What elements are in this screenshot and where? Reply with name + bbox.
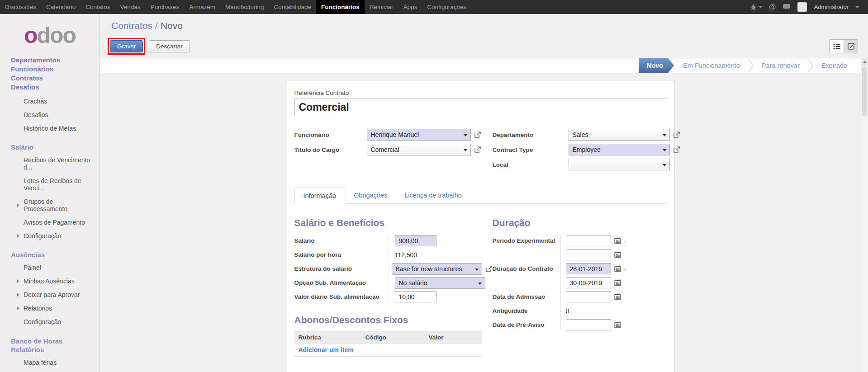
calendar-icon[interactable] xyxy=(614,321,621,328)
sidebar-item-grupos-processamento[interactable]: Grupos de Processamento xyxy=(0,195,100,216)
menu-armazem[interactable]: Armazém xyxy=(184,0,220,14)
sidebar-item-relatorios-ausencias[interactable]: Relatórios xyxy=(0,301,100,315)
external-link-icon[interactable] xyxy=(485,265,493,273)
department-select[interactable]: Sales xyxy=(569,129,670,141)
sidebar-item-avisos-pagamento[interactable]: Avisos de Pagamento xyxy=(0,216,100,229)
contract-type-select[interactable]: Employee xyxy=(569,144,670,155)
user-avatar[interactable] xyxy=(797,2,807,12)
breadcrumb: Contratos/Novo xyxy=(111,20,183,31)
sidebar-item-mapa-ferias[interactable]: Mapa férias xyxy=(0,356,100,369)
sidebar-item-deixar-para-aprovar[interactable]: Deixar para Aprovar xyxy=(0,288,100,301)
location-select[interactable] xyxy=(569,159,670,170)
calendar-icon[interactable] xyxy=(614,237,621,244)
menu-contatos[interactable]: Contatos xyxy=(81,0,115,14)
hourly-wage-value: 112,500 xyxy=(395,251,417,259)
menu-reiniciar[interactable]: Reiniciar xyxy=(365,0,398,14)
user-name[interactable]: Administrator xyxy=(814,4,849,10)
job-title-select[interactable]: Comercial xyxy=(367,144,471,155)
sidebar-item-configuracao-salario[interactable]: Configuração xyxy=(0,229,100,243)
sidebar-item-crachas[interactable]: Crachás xyxy=(0,94,100,108)
stage-novo[interactable]: Novo xyxy=(639,58,674,73)
external-link-icon[interactable] xyxy=(673,146,680,153)
external-link-icon[interactable] xyxy=(474,131,481,138)
sidebar-item-minhas-ausencias[interactable]: Minhas Ausências xyxy=(0,274,100,288)
sidebar-item-lotes-recibos[interactable]: Lotes de Recibos de Venci... xyxy=(0,174,100,195)
content-area: Referência Contrato Comercial Funcionári… xyxy=(100,74,861,372)
tab-informacao[interactable]: Informação xyxy=(294,188,346,204)
notebook-tabs: Informação Obrigações Licença de trabalh… xyxy=(294,188,667,204)
sidebar-section-banco-de-horas[interactable]: Banco de Horas xyxy=(0,335,100,345)
view-switcher xyxy=(829,39,858,53)
stage-chevron-icon xyxy=(808,59,813,72)
breadcrumb-contratos[interactable]: Contratos xyxy=(111,20,152,31)
bug-icon xyxy=(750,4,757,10)
mention-at-icon[interactable]: @ xyxy=(769,3,776,11)
contract-start-date-input[interactable]: 28-01-2019 xyxy=(566,263,611,274)
statusbar: Novo Em Funcionamento Para renovar Expir… xyxy=(100,58,861,73)
sidebar-item-funcionarios[interactable]: Funcionários xyxy=(0,65,100,74)
tab-obrigacoes[interactable]: Obrigações xyxy=(345,188,396,203)
list-view-button[interactable] xyxy=(830,40,844,53)
sidebar-section-ausencias[interactable]: Ausências xyxy=(0,249,100,261)
calendar-icon[interactable] xyxy=(614,293,621,300)
calendar-icon[interactable] xyxy=(614,265,621,272)
menu-configuracoes[interactable]: Configurações xyxy=(422,0,471,14)
wage-input[interactable]: 900,00 xyxy=(395,235,436,246)
sidebar-item-desafios[interactable]: Desafios xyxy=(0,83,100,92)
admission-date-input[interactable] xyxy=(566,291,611,302)
trial-end-date-input[interactable] xyxy=(566,249,611,260)
external-link-icon[interactable] xyxy=(474,146,481,153)
stage-expirado[interactable]: Expirado xyxy=(813,58,855,73)
table-row xyxy=(294,357,482,371)
notice-date-input[interactable] xyxy=(566,319,611,330)
debug-menu[interactable] xyxy=(750,4,762,10)
scrollbar-up-arrow-icon[interactable] xyxy=(861,58,868,66)
sidebar-item-painel[interactable]: Painel xyxy=(0,261,100,274)
tab-licenca-de-trabalho[interactable]: Licença de trabalho xyxy=(396,188,470,203)
chevron-down-icon xyxy=(759,6,762,8)
date-range-dash: - xyxy=(624,237,626,245)
meal-daily-input[interactable]: 10,00 xyxy=(395,291,436,302)
hourly-wage-label: Salário por hora xyxy=(294,251,389,258)
menu-vendas[interactable]: Vendas xyxy=(115,0,145,14)
calendar-icon[interactable] xyxy=(614,279,621,286)
calendar-icon[interactable] xyxy=(614,251,621,258)
menu-apps[interactable]: Apps xyxy=(398,0,422,14)
sidebar-item-recibos-vencimento[interactable]: Recibos de Vencimento d... xyxy=(0,153,100,174)
scrollbar-thumb[interactable] xyxy=(862,66,867,116)
meal-daily-label: Valor diário Sub. alimentação xyxy=(294,293,389,300)
trial-start-date-input[interactable] xyxy=(566,235,611,246)
contract-end-date-input[interactable]: 30-09-2019 xyxy=(566,277,611,288)
list-icon xyxy=(833,43,840,50)
sidebar-section-relatorios[interactable]: Relatórios xyxy=(0,345,100,356)
meal-option-select[interactable]: No salário xyxy=(395,277,485,289)
external-link-icon[interactable] xyxy=(673,131,680,138)
stage-em-funcionamento[interactable]: Em Funcionamento xyxy=(675,58,748,73)
sidebar-item-departamentos[interactable]: Departamentos xyxy=(0,56,100,65)
vertical-scrollbar[interactable] xyxy=(861,58,868,372)
menu-contabilidade[interactable]: Contabilidade xyxy=(269,0,317,14)
sidebar-item-mapa-vencimentos[interactable]: Mapa de Vencimentos xyxy=(0,369,100,372)
save-button[interactable]: Gravar xyxy=(110,40,143,52)
discard-button[interactable]: Descartar xyxy=(149,40,190,52)
sidebar-section-salario[interactable]: Salário xyxy=(0,141,100,153)
menu-discussoes[interactable]: Discussões xyxy=(0,0,41,14)
sidebar-item-contratos[interactable]: Contratos xyxy=(0,74,100,83)
form-buttons: Gravar Descartar xyxy=(108,38,190,55)
wage-label: Salário xyxy=(294,237,389,244)
menu-funcionarios[interactable]: Funcionários xyxy=(316,0,365,14)
form-view-button[interactable] xyxy=(844,40,858,53)
add-item-link[interactable]: Adicionar um item xyxy=(294,346,354,353)
stage-para-renovar[interactable]: Para renovar xyxy=(754,58,808,73)
menu-purchases[interactable]: Purchases xyxy=(145,0,184,14)
chat-bubble-icon[interactable] xyxy=(783,4,791,10)
employee-select[interactable]: Henrique Manuel xyxy=(367,129,471,141)
menu-manufacturing[interactable]: Manufacturing xyxy=(220,0,269,14)
sidebar-item-configuracao-ausencias[interactable]: Configuração xyxy=(0,315,100,329)
salary-structure-select[interactable]: Base for new structures xyxy=(392,263,482,275)
reference-input[interactable]: Comercial xyxy=(294,99,667,116)
sidebar-item-historico-de-metas[interactable]: Histórico de Metas xyxy=(0,122,100,135)
sidebar-item-desafios-sub[interactable]: Desafios xyxy=(0,108,100,122)
menu-calendario[interactable]: Calendário xyxy=(41,0,81,14)
user-menu-chevron-icon[interactable] xyxy=(855,6,859,8)
